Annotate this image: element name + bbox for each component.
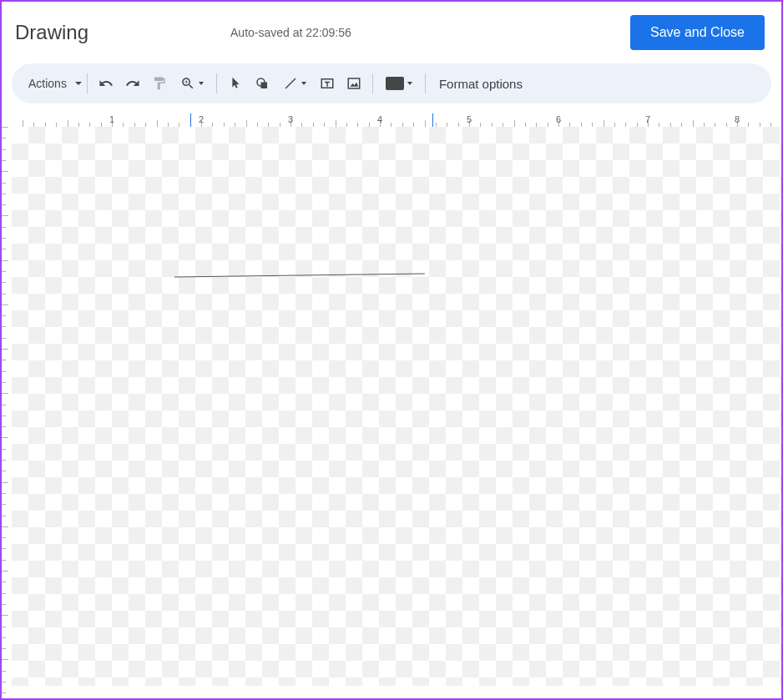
- redo-button[interactable]: [119, 70, 146, 97]
- image-icon: [346, 76, 361, 91]
- drawn-line[interactable]: [174, 273, 425, 278]
- ruler-label: 7: [645, 114, 650, 124]
- format-options-label: Format options: [431, 77, 531, 91]
- horizontal-ruler[interactable]: 12345678: [10, 110, 781, 127]
- line-icon: [283, 76, 298, 91]
- ruler-label: 4: [377, 114, 382, 124]
- select-icon: [228, 76, 243, 91]
- actions-menu[interactable]: Actions: [22, 70, 82, 97]
- ruler-marker[interactable]: [432, 113, 433, 127]
- actions-label: Actions: [22, 77, 73, 90]
- ruler-label: 8: [735, 114, 740, 124]
- svg-line-2: [285, 78, 296, 88]
- svg-line-6: [174, 274, 425, 277]
- textbox-button[interactable]: [314, 70, 341, 97]
- toolbar: Actions Format options: [12, 63, 771, 103]
- select-button[interactable]: [222, 70, 249, 97]
- undo-icon: [99, 76, 114, 91]
- ruler-label: 6: [556, 114, 561, 124]
- ruler-label: 5: [467, 114, 472, 124]
- textbox-icon: [320, 76, 335, 91]
- svg-rect-4: [348, 78, 360, 88]
- svg-rect-1: [260, 83, 267, 89]
- zoom-icon: [180, 76, 195, 91]
- zoom-button[interactable]: [173, 70, 211, 97]
- shape-button[interactable]: [249, 70, 275, 97]
- vertical-ruler[interactable]: [2, 127, 12, 686]
- wordart-button[interactable]: [378, 70, 420, 97]
- wordart-icon: [386, 77, 404, 90]
- dialog-title: Drawing: [15, 21, 88, 44]
- image-button[interactable]: [341, 70, 367, 97]
- svg-marker-5: [350, 83, 358, 87]
- format-options-button[interactable]: Format options: [431, 70, 531, 97]
- ruler-label: 3: [288, 114, 293, 124]
- autosave-status: Auto-saved at 22:09:56: [230, 26, 351, 39]
- save-and-close-button[interactable]: Save and Close: [630, 15, 765, 50]
- ruler-label: 2: [199, 114, 204, 124]
- shape-icon: [255, 76, 270, 91]
- dialog-header: Drawing Auto-saved at 22:09:56 Save and …: [2, 2, 781, 63]
- drawing-canvas[interactable]: [12, 127, 781, 686]
- line-button[interactable]: [275, 70, 314, 97]
- paint-format-icon: [152, 76, 167, 91]
- ruler-label: 1: [109, 114, 114, 124]
- paint-format-button[interactable]: [146, 70, 173, 97]
- ruler-marker[interactable]: [190, 113, 191, 127]
- undo-button[interactable]: [93, 70, 119, 97]
- redo-icon: [125, 76, 140, 91]
